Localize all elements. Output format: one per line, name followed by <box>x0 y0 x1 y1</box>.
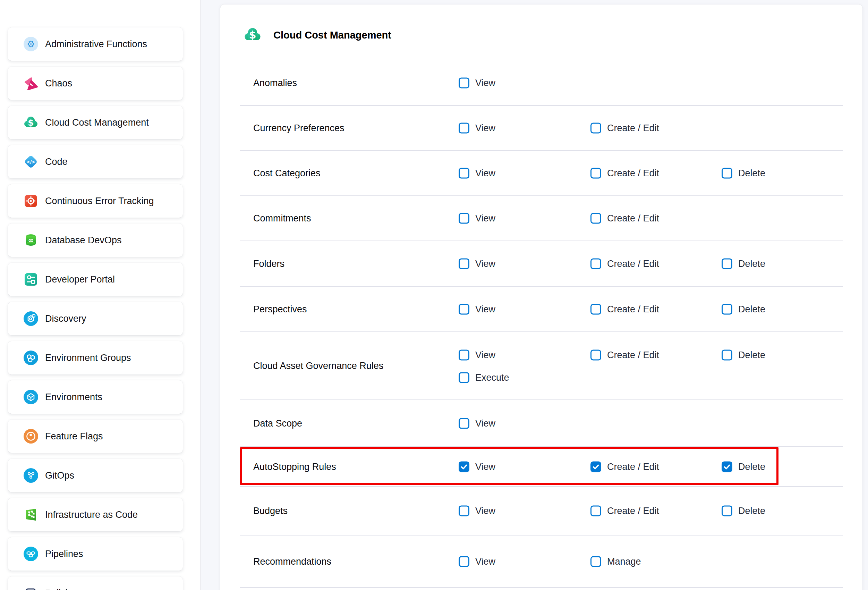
sidebar-item-label: Administrative Functions <box>45 39 147 50</box>
folders-view-checkbox[interactable] <box>459 259 469 269</box>
sidebar-item-infrastructure-as-code[interactable]: Infrastructure as Code <box>8 498 183 531</box>
row-label: Data Scope <box>253 418 302 429</box>
permission-row-anomalies: AnomaliesView <box>240 61 843 106</box>
target-icon <box>24 194 38 208</box>
sidebar-item-label: Code <box>45 157 68 167</box>
permission-recommendations-manage: Manage <box>590 556 641 567</box>
permission-cost-categories-create-edit: Create / Edit <box>590 168 659 179</box>
autostopping-rules-create-edit-checkbox[interactable] <box>590 461 601 472</box>
permission-label: Create / Edit <box>607 259 659 269</box>
permission-label: Create / Edit <box>607 350 659 361</box>
permission-budgets-view: View <box>459 506 495 516</box>
recommendations-view-checkbox[interactable] <box>459 556 469 567</box>
sidebar-item-pipelines[interactable]: Pipelines <box>8 537 183 571</box>
panel-title: Cloud Cost Management <box>273 30 391 41</box>
sidebar-item-discovery[interactable]: Discovery <box>8 302 183 335</box>
permission-autostopping-rules-view: View <box>459 461 495 472</box>
permission-commitments-create-edit: Create / Edit <box>590 213 659 224</box>
permission-label: Delete <box>738 168 765 179</box>
gear-icon: ⚙ <box>24 37 38 51</box>
sidebar-item-code[interactable]: </>Code <box>8 145 183 178</box>
budgets-create-edit-checkbox[interactable] <box>590 506 601 516</box>
cost-categories-delete-checkbox[interactable] <box>722 168 732 179</box>
cost-categories-view-checkbox[interactable] <box>459 168 469 179</box>
sidebar-item-developer-portal[interactable]: Developer Portal <box>8 263 183 296</box>
sidebar-item-cloud-cost-management[interactable]: $Cloud Cost Management <box>8 106 183 139</box>
sidebar-item-database-devops[interactable]: ∞Database DevOps <box>8 223 183 257</box>
permission-cloud-asset-governance-rules-execute: Execute <box>459 373 509 383</box>
row-label: Folders <box>253 259 285 269</box>
permission-label: View <box>475 350 495 361</box>
sidebar-item-chaos[interactable]: Chaos <box>8 67 183 100</box>
permission-label: Manage <box>607 556 641 567</box>
cloud-asset-governance-rules-execute-checkbox[interactable] <box>459 373 469 383</box>
permission-folders-view: View <box>459 259 495 269</box>
row-label: Currency Preferences <box>253 123 344 134</box>
permission-budgets-delete: Delete <box>722 506 765 516</box>
permission-folders-create-edit: Create / Edit <box>590 259 659 269</box>
anomalies-view-checkbox[interactable] <box>459 78 469 89</box>
svg-text:$: $ <box>28 118 34 128</box>
permission-label: View <box>475 123 495 134</box>
checkbox-icon <box>24 586 38 590</box>
permission-perspectives-view: View <box>459 304 495 315</box>
budgets-delete-checkbox[interactable] <box>722 506 732 516</box>
folders-delete-checkbox[interactable] <box>722 259 732 269</box>
permission-row-budgets: BudgetsViewCreate / EditDelete <box>240 487 843 535</box>
permission-cloud-asset-governance-rules-view: View <box>459 350 495 361</box>
autostopping-rules-view-checkbox[interactable] <box>459 461 469 472</box>
permission-recommendations-view: View <box>459 556 495 567</box>
cloud-asset-governance-rules-create-edit-checkbox[interactable] <box>590 350 601 361</box>
cube-icon <box>24 390 38 404</box>
sidebar-item-label: Cloud Cost Management <box>45 117 149 128</box>
permission-row-cloud-asset-governance-rules: Cloud Asset Governance RulesViewCreate /… <box>240 332 843 400</box>
autostopping-rules-delete-checkbox[interactable] <box>722 461 732 472</box>
database-icon: ∞ <box>24 233 38 247</box>
chaos-icon <box>24 76 38 90</box>
perspectives-view-checkbox[interactable] <box>459 304 469 315</box>
svg-text:∞: ∞ <box>28 236 34 244</box>
permission-row-cost-categories: Cost CategoriesViewCreate / EditDelete <box>240 151 843 196</box>
permission-autostopping-rules-create-edit: Create / Edit <box>590 461 659 472</box>
sidebar-item-environment-groups[interactable]: Environment Groups <box>8 341 183 374</box>
cost-categories-create-edit-checkbox[interactable] <box>590 168 601 179</box>
perspectives-delete-checkbox[interactable] <box>722 304 732 315</box>
sidebar-item-label: Pipelines <box>45 549 83 559</box>
sidebar-item-feature-flags[interactable]: Feature Flags <box>8 420 183 453</box>
permission-perspectives-create-edit: Create / Edit <box>590 304 659 315</box>
commitments-create-edit-checkbox[interactable] <box>590 213 601 224</box>
permission-label: Execute <box>475 373 509 383</box>
sidebar-item-policies[interactable]: Policies <box>8 577 183 590</box>
sidebar-item-label: Feature Flags <box>45 431 103 442</box>
discovery-icon <box>24 311 38 326</box>
cloud-dollar-icon: $ <box>24 115 38 130</box>
cloud-asset-governance-rules-delete-checkbox[interactable] <box>722 350 732 361</box>
sidebar-item-continuous-error-tracking[interactable]: Continuous Error Tracking <box>8 184 183 217</box>
panel-header: $ Cloud Cost Management <box>244 4 843 61</box>
row-label: Commitments <box>253 213 311 224</box>
currency-preferences-view-checkbox[interactable] <box>459 123 469 134</box>
perspectives-create-edit-checkbox[interactable] <box>590 304 601 315</box>
permission-row-recommendations: RecommendationsViewManage <box>240 535 843 588</box>
permission-row-perspectives: PerspectivesViewCreate / EditDelete <box>240 287 843 332</box>
row-label: Cost Categories <box>253 168 320 179</box>
sidebar-item-label: Environments <box>45 392 102 402</box>
permission-data-scope-view: View <box>459 418 495 429</box>
permission-label: Delete <box>738 304 765 315</box>
budgets-view-checkbox[interactable] <box>459 506 469 516</box>
sidebar-item-administrative-functions[interactable]: ⚙Administrative Functions <box>8 27 183 61</box>
sidebar-item-gitops[interactable]: GitOps <box>8 459 183 492</box>
content-background: $ Cloud Cost Management AnomaliesViewCur… <box>201 0 868 590</box>
permission-label: Delete <box>738 506 765 516</box>
permission-label: View <box>475 259 495 269</box>
data-scope-view-checkbox[interactable] <box>459 418 469 429</box>
sidebar-item-label: Environment Groups <box>45 353 131 363</box>
commitments-view-checkbox[interactable] <box>459 213 469 224</box>
sidebar-item-environments[interactable]: Environments <box>8 380 183 414</box>
folders-create-edit-checkbox[interactable] <box>590 259 601 269</box>
currency-preferences-create-edit-checkbox[interactable] <box>590 123 601 134</box>
recommendations-manage-checkbox[interactable] <box>590 556 601 567</box>
permission-currency-preferences-create-edit: Create / Edit <box>590 123 659 134</box>
permission-currency-preferences-view: View <box>459 123 495 134</box>
cloud-asset-governance-rules-view-checkbox[interactable] <box>459 350 469 361</box>
